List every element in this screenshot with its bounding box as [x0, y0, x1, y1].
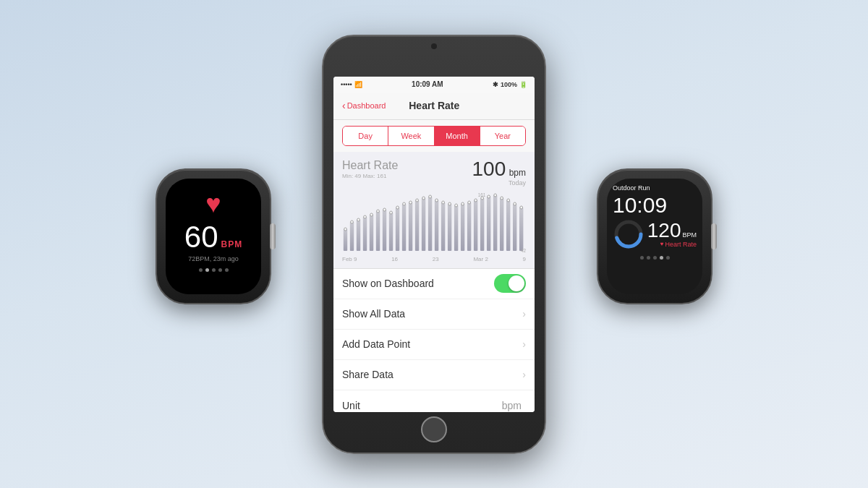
left-watch-bpm-label: BPM: [221, 239, 243, 249]
svg-rect-12: [383, 210, 386, 251]
left-watch-subtitle: 72BPM, 23m ago: [188, 255, 239, 262]
svg-point-25: [422, 197, 425, 200]
watch-dot-4: [218, 268, 222, 272]
svg-point-27: [429, 195, 432, 198]
chevron-add-data-icon: ›: [522, 338, 526, 350]
svg-point-1: [344, 228, 347, 231]
outdoor-title: Outdoor Run: [613, 184, 650, 192]
svg-point-42: [475, 199, 477, 202]
chart-title: Heart Rate: [342, 159, 398, 172]
svg-point-52: [507, 199, 510, 202]
activity-ring: [613, 218, 644, 250]
svg-rect-26: [428, 197, 432, 251]
right-dot-3: [653, 256, 657, 260]
right-watch-crown: [711, 223, 717, 249]
right-watch-bpm-col: 120 BPM ♥ Heart Rate: [647, 221, 697, 248]
svg-rect-53: [513, 204, 516, 251]
status-signal: ••••• 📶: [341, 81, 362, 88]
list-item-add-data[interactable]: Add Data Point ›: [333, 330, 535, 360]
svg-point-19: [403, 202, 406, 205]
chart-svg: 161: [342, 189, 526, 254]
chart-unit: bpm: [509, 168, 526, 178]
svg-point-17: [396, 206, 399, 209]
chart-label-feb9: Feb 9: [342, 256, 357, 262]
toggle-knob: [509, 275, 524, 291]
status-bar: ••••• 📶 10:09 AM ✱ 100% 🔋: [333, 77, 535, 93]
toggle-show-dashboard[interactable]: [494, 274, 526, 293]
chart-label-mar2: Mar 2: [473, 256, 488, 262]
right-watch: Outdoor Run 10:09 120 BPM ♥: [590, 168, 720, 320]
svg-point-15: [390, 211, 393, 214]
status-right: ✱ 100% 🔋: [493, 81, 527, 88]
svg-point-36: [455, 204, 458, 207]
right-bpm-label: BPM: [682, 231, 697, 239]
svg-rect-35: [454, 205, 458, 251]
svg-rect-51: [506, 200, 510, 251]
list-group: Show on Dashboard Show All Data › Add Da…: [333, 268, 535, 412]
list-item-share[interactable]: Share Data ›: [333, 360, 535, 390]
svg-rect-24: [422, 198, 425, 251]
svg-point-44: [481, 197, 484, 200]
svg-point-13: [383, 208, 386, 211]
chevron-share-icon: ›: [522, 369, 526, 380]
svg-point-34: [448, 202, 451, 205]
svg-rect-37: [461, 204, 464, 251]
right-watch-bpm: 120: [647, 221, 681, 241]
segment-week[interactable]: Week: [388, 127, 434, 145]
list-item-unit: Unit bpm: [333, 390, 535, 412]
svg-text:42: 42: [521, 247, 526, 252]
segment-day[interactable]: Day: [343, 127, 388, 145]
svg-rect-18: [402, 204, 406, 251]
right-heart-icon: ♥: [660, 241, 664, 247]
right-dot-1: [640, 256, 644, 260]
chart-x-labels: Feb 9 16 23 Mar 2 9: [342, 254, 526, 264]
list-item-dashboard[interactable]: Show on Dashboard: [333, 269, 535, 299]
svg-point-50: [501, 197, 503, 200]
iphone-notch: [323, 43, 545, 52]
status-time: 10:09 AM: [412, 80, 443, 88]
svg-rect-39: [467, 202, 471, 251]
svg-rect-33: [448, 204, 451, 251]
right-dot-4: [660, 256, 663, 260]
battery-percent: 100%: [501, 81, 517, 88]
segment-control: Day Week Month Year: [333, 120, 535, 152]
svg-rect-47: [493, 195, 497, 251]
left-watch-screen: ♥ 60 BPM 72BPM, 23m ago: [166, 179, 261, 294]
chart-label-16: 16: [391, 256, 398, 262]
segment-inner: Day Week Month Year: [342, 126, 526, 146]
chevron-all-data-icon: ›: [522, 308, 526, 320]
left-watch-dots: [199, 268, 229, 272]
chart-label-9: 9: [523, 256, 526, 262]
chart-svg-container: 161: [342, 189, 526, 254]
left-watch-crown: [270, 223, 276, 249]
segment-month[interactable]: Month: [435, 127, 480, 145]
list-item-all-data[interactable]: Show All Data ›: [333, 299, 535, 330]
right-heart-rate-text: Heart Rate: [665, 241, 697, 248]
back-label: Dashboard: [347, 101, 386, 110]
chart-value: 100: [472, 158, 506, 180]
back-button[interactable]: ‹ Dashboard: [342, 100, 386, 111]
svg-rect-6: [363, 217, 367, 251]
wifi-icon: 📶: [354, 81, 362, 88]
list-section: Show on Dashboard Show All Data › Add Da…: [333, 268, 535, 412]
left-watch: ♥ 60 BPM 72BPM, 23m ago: [148, 168, 278, 320]
watch-dot-1: [199, 268, 203, 272]
svg-point-30: [435, 199, 438, 202]
svg-point-3: [351, 221, 354, 223]
home-button[interactable]: [421, 416, 447, 442]
scene: ♥ 60 BPM 72BPM, 23m ago: [0, 0, 868, 488]
svg-rect-10: [376, 211, 380, 251]
segment-year[interactable]: Year: [480, 127, 525, 145]
svg-point-38: [461, 202, 464, 205]
svg-point-56: [520, 206, 523, 209]
battery-icon: 🔋: [519, 81, 527, 88]
svg-point-9: [370, 213, 373, 216]
heart-icon: ♥: [205, 189, 221, 219]
chart-title-col: Heart Rate Min: 49 Max: 161: [342, 159, 398, 179]
svg-rect-43: [480, 198, 484, 251]
chart-max: Max: 161: [362, 173, 386, 179]
watch-dot-5: [225, 268, 229, 272]
list-item-share-label: Share Data: [342, 369, 522, 380]
bluetooth-icon: ✱: [493, 81, 498, 88]
svg-rect-20: [409, 202, 412, 251]
